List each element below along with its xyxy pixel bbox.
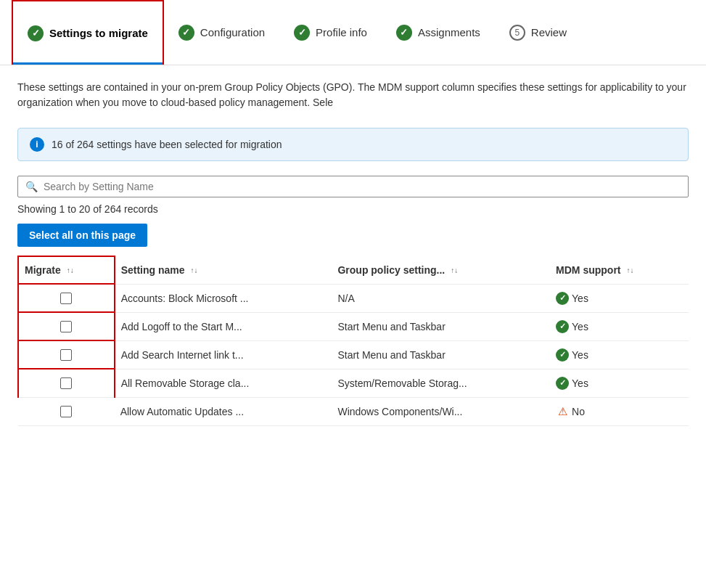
group-policy-cell: Start Menu and Taskbar xyxy=(332,312,550,340)
wizard-step-settings[interactable]: Settings to migrate xyxy=(12,0,164,65)
setting-name-cell: Add Search Internet link t... xyxy=(115,340,332,369)
mdm-support-cell: ✓Yes xyxy=(550,340,689,369)
select-all-button[interactable]: Select all on this page xyxy=(17,224,147,247)
wizard-step-profile[interactable]: Profile info xyxy=(279,0,382,65)
migrate-cell xyxy=(18,340,115,369)
column-header-mdm-support: MDM support ↑↓ xyxy=(550,256,689,284)
wizard-nav: Settings to migrate Configuration Profil… xyxy=(0,0,706,65)
wizard-step-configuration-label: Configuration xyxy=(200,26,265,38)
status-green-icon: ✓ xyxy=(556,377,569,390)
migrate-checkbox[interactable] xyxy=(60,406,72,417)
sort-arrows-setting-name[interactable]: ↑↓ xyxy=(190,267,197,274)
table-row: Add Logoff to the Start M...Start Menu a… xyxy=(18,312,689,340)
table-row: Accounts: Block Microsoft ...N/A✓Yes xyxy=(18,284,689,312)
migrate-checkbox[interactable] xyxy=(60,293,72,304)
wizard-step-configuration[interactable]: Configuration xyxy=(164,0,279,65)
status-green-icon: ✓ xyxy=(556,320,569,333)
sort-arrows-group-policy[interactable]: ↑↓ xyxy=(451,267,458,274)
migrate-cell xyxy=(18,397,115,425)
mdm-support-cell: ✓Yes xyxy=(550,284,689,312)
mdm-label: Yes xyxy=(572,377,588,389)
migrate-checkbox[interactable] xyxy=(60,349,72,361)
group-policy-cell: N/A xyxy=(332,284,550,312)
mdm-label: Yes xyxy=(572,321,588,332)
column-header-group-policy: Group policy setting... ↑↓ xyxy=(332,256,550,284)
column-header-setting-name: Setting name ↑↓ xyxy=(115,256,332,284)
migrate-cell xyxy=(18,312,115,340)
status-green-icon: ✓ xyxy=(556,292,569,305)
mdm-label: Yes xyxy=(572,293,588,304)
migrate-checkbox[interactable] xyxy=(60,377,72,389)
search-input[interactable] xyxy=(44,181,681,192)
wizard-step-settings-label: Settings to migrate xyxy=(49,27,148,39)
mdm-label: Yes xyxy=(572,349,588,361)
wizard-step-assignments[interactable]: Assignments xyxy=(382,0,495,65)
setting-name-cell: All Removable Storage cla... xyxy=(115,369,332,397)
migrate-checkbox[interactable] xyxy=(60,321,72,332)
description-text: These settings are contained in your on-… xyxy=(17,80,689,110)
table-row: Allow Automatic Updates ...Windows Compo… xyxy=(18,397,689,425)
status-warning-icon: ⚠ xyxy=(556,405,569,418)
sort-arrows-mdm-support[interactable]: ↑↓ xyxy=(626,267,633,274)
table-row: All Removable Storage cla...System/Remov… xyxy=(18,369,689,397)
mdm-label: No xyxy=(572,406,585,417)
check-icon xyxy=(28,25,44,41)
step-number-icon: 5 xyxy=(509,25,525,41)
main-content: These settings are contained in your on-… xyxy=(0,65,706,441)
search-box: 🔍 xyxy=(17,176,689,197)
group-policy-cell: Start Menu and Taskbar xyxy=(332,340,550,369)
group-policy-cell: Windows Components/Wi... xyxy=(332,397,550,425)
group-policy-cell: System/Removable Storag... xyxy=(332,369,550,397)
info-banner-text: 16 of 264 settings have been selected fo… xyxy=(52,139,282,150)
mdm-support-cell: ✓Yes xyxy=(550,369,689,397)
setting-name-cell: Add Logoff to the Start M... xyxy=(115,312,332,340)
column-header-migrate: Migrate ↑↓ xyxy=(18,256,115,284)
status-green-icon: ✓ xyxy=(556,348,569,362)
wizard-step-profile-label: Profile info xyxy=(316,26,367,38)
check-icon xyxy=(178,25,194,41)
migrate-cell xyxy=(18,369,115,397)
records-info: Showing 1 to 20 of 264 records xyxy=(17,203,689,215)
setting-name-cell: Allow Automatic Updates ... xyxy=(115,397,332,425)
mdm-support-cell: ✓Yes xyxy=(550,312,689,340)
search-icon: 🔍 xyxy=(25,181,38,192)
table-row: Add Search Internet link t...Start Menu … xyxy=(18,340,689,369)
settings-table: Migrate ↑↓ Setting name ↑↓ Group policy … xyxy=(17,256,689,426)
wizard-step-assignments-label: Assignments xyxy=(418,26,480,38)
setting-name-cell: Accounts: Block Microsoft ... xyxy=(115,284,332,312)
wizard-step-review[interactable]: 5 Review xyxy=(495,0,581,65)
wizard-step-review-label: Review xyxy=(531,26,567,38)
info-banner: i 16 of 264 settings have been selected … xyxy=(17,128,689,161)
info-icon: i xyxy=(30,137,44,152)
sort-arrows-migrate[interactable]: ↑↓ xyxy=(67,267,74,274)
check-icon xyxy=(396,25,412,41)
migrate-cell xyxy=(18,284,115,312)
mdm-support-cell: ⚠No xyxy=(550,397,689,425)
check-icon xyxy=(294,25,310,41)
